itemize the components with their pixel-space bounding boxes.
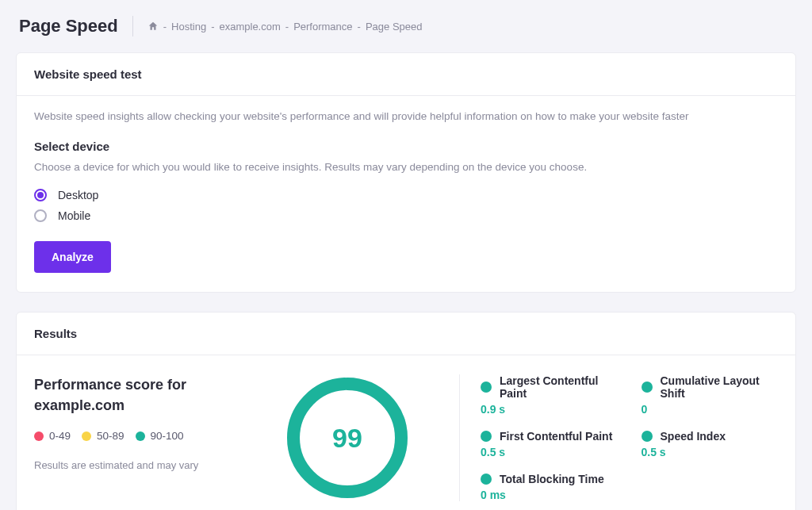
legend-dot-icon xyxy=(136,431,145,441)
speed-test-card: Website speed test Website speed insight… xyxy=(16,52,796,293)
radio-mobile[interactable]: Mobile xyxy=(34,209,778,222)
metric-value: 0 xyxy=(642,403,779,416)
analyze-button[interactable]: Analyze xyxy=(34,241,111,273)
radio-label: Mobile xyxy=(58,209,90,222)
score-summary: Performance score for example.com 0-49 5… xyxy=(34,374,256,501)
results-card: Results Performance score for example.co… xyxy=(16,312,796,510)
metric-si: Speed Index 0.5 s xyxy=(642,430,779,458)
metric-value: 0.5 s xyxy=(481,446,618,458)
breadcrumb-item[interactable]: Page Speed xyxy=(366,21,423,33)
select-device-hint: Choose a device for which you would like… xyxy=(34,161,778,173)
results-header: Results xyxy=(17,313,795,355)
score-legend: 0-49 50-89 90-100 xyxy=(34,430,256,442)
metric-dot-icon xyxy=(642,431,653,442)
breadcrumb-sep: - xyxy=(211,21,214,33)
metric-fcp: First Contentful Paint 0.5 s xyxy=(481,430,618,458)
score-value: 99 xyxy=(284,374,411,501)
metric-name: Cumulative Layout Shift xyxy=(661,374,779,400)
score-title: Performance score for example.com xyxy=(34,374,256,416)
metric-dot-icon xyxy=(481,431,492,442)
metric-dot-icon xyxy=(642,382,653,393)
breadcrumb-item[interactable]: Hosting xyxy=(171,21,206,33)
metric-dot-icon xyxy=(481,474,492,485)
radio-circle-icon xyxy=(34,189,47,201)
speed-test-header: Website speed test xyxy=(17,53,795,96)
breadcrumb-sep: - xyxy=(358,21,361,33)
metric-name: Speed Index xyxy=(661,430,726,443)
metric-lcp: Largest Contentful Paint 0.9 s xyxy=(481,374,618,416)
select-device-label: Select device xyxy=(34,140,778,153)
breadcrumb-sep: - xyxy=(285,21,289,33)
metric-dot-icon xyxy=(481,382,492,393)
score-gauge: 99 xyxy=(256,374,439,501)
radio-desktop[interactable]: Desktop xyxy=(34,189,778,201)
metrics-divider xyxy=(459,374,460,501)
metric-value: 0 ms xyxy=(481,489,618,501)
legend-range: 0-49 xyxy=(49,430,71,442)
legend-range: 50-89 xyxy=(97,430,124,442)
legend-item-low: 0-49 xyxy=(34,430,71,442)
home-icon[interactable] xyxy=(147,21,159,32)
header-divider xyxy=(132,16,133,36)
metrics-grid: Largest Contentful Paint 0.9 s Cumulativ… xyxy=(481,374,778,501)
legend-item-mid: 50-89 xyxy=(82,430,124,442)
legend-item-high: 90-100 xyxy=(136,430,184,442)
score-title-prefix: Performance score for xyxy=(34,377,186,393)
score-domain: example.com xyxy=(34,397,124,413)
breadcrumb: - Hosting - example.com - Performance - … xyxy=(147,21,423,33)
metric-name: Largest Contentful Paint xyxy=(500,374,618,400)
radio-circle-icon xyxy=(34,209,47,222)
score-note: Results are estimated and may vary xyxy=(34,459,256,471)
legend-dot-icon xyxy=(82,431,91,441)
page-title: Page Speed xyxy=(19,16,118,36)
metric-value: 0.5 s xyxy=(642,446,779,458)
metric-value: 0.9 s xyxy=(481,403,618,416)
legend-dot-icon xyxy=(34,431,44,441)
metric-name: First Contentful Paint xyxy=(500,430,612,443)
breadcrumb-sep: - xyxy=(163,21,167,33)
metric-cls: Cumulative Layout Shift 0 xyxy=(642,374,779,416)
metric-tbt: Total Blocking Time 0 ms xyxy=(481,473,618,501)
metric-name: Total Blocking Time xyxy=(500,473,604,485)
breadcrumb-item[interactable]: Performance xyxy=(293,21,352,33)
breadcrumb-item[interactable]: example.com xyxy=(219,21,280,33)
radio-label: Desktop xyxy=(58,189,98,201)
speed-test-intro: Website speed insights allow checking yo… xyxy=(34,110,778,122)
device-radio-group: Desktop Mobile xyxy=(34,189,778,222)
legend-range: 90-100 xyxy=(151,430,184,442)
